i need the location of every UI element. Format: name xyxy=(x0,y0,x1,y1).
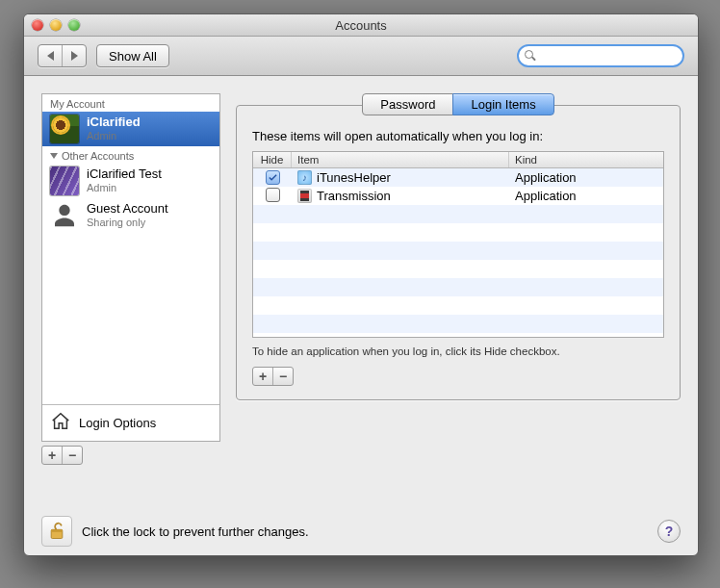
table-row xyxy=(253,242,663,260)
sidebar-item-guest[interactable]: Guest Account Sharing only xyxy=(42,198,219,233)
show-all-button[interactable]: Show All xyxy=(96,44,169,67)
person-silhouette-icon xyxy=(50,201,79,230)
col-item[interactable]: Item xyxy=(292,152,509,167)
window-title: Accounts xyxy=(24,18,698,33)
table-row xyxy=(253,278,663,296)
remove-item-button[interactable]: − xyxy=(272,368,293,385)
itunes-icon xyxy=(297,170,312,185)
help-button[interactable]: ? xyxy=(657,520,681,543)
tab-bar: Password Login Items xyxy=(236,93,681,115)
account-role: Admin xyxy=(87,182,162,194)
account-add-remove: + − xyxy=(41,446,83,465)
item-kind: Application xyxy=(509,187,663,205)
table-header: Hide Item Kind xyxy=(253,152,663,168)
chevron-left-icon xyxy=(47,51,54,61)
login-options-label: Login Options xyxy=(79,416,156,430)
panel-hint: To hide an application when you log in, … xyxy=(252,338,664,367)
group-my-account: My Account xyxy=(42,94,219,112)
lock-button[interactable] xyxy=(41,516,72,547)
table-row[interactable]: TransmissionApplication xyxy=(253,187,663,205)
col-hide[interactable]: Hide xyxy=(253,152,292,167)
item-kind: Application xyxy=(509,168,663,187)
accounts-window: Accounts Show All My Account xyxy=(23,13,699,556)
table-row xyxy=(253,205,663,223)
search-icon xyxy=(525,50,535,62)
remove-account-button[interactable]: − xyxy=(62,447,82,464)
table-row xyxy=(253,260,663,278)
svg-rect-1 xyxy=(51,529,63,532)
col-kind[interactable]: Kind xyxy=(509,152,663,167)
item-name: Transmission xyxy=(317,189,391,203)
search-input[interactable] xyxy=(539,48,677,64)
account-role: Admin xyxy=(87,130,141,142)
table-row[interactable]: iTunesHelperApplication xyxy=(253,168,663,187)
disclosure-triangle-icon xyxy=(50,153,58,159)
group-other-accounts[interactable]: Other Accounts xyxy=(42,146,219,164)
login-items-panel: These items will open automatically when… xyxy=(236,105,681,400)
account-role: Sharing only xyxy=(87,217,168,229)
account-name: iClarified xyxy=(87,115,141,130)
tab-password[interactable]: Password xyxy=(362,93,453,115)
titlebar: Accounts xyxy=(24,14,698,37)
sidebar-item-me[interactable]: iClarified Admin xyxy=(42,112,219,146)
avatar xyxy=(50,115,79,143)
avatar xyxy=(50,166,79,195)
item-add-remove: + − xyxy=(252,367,294,386)
tab-login-items[interactable]: Login Items xyxy=(452,93,553,115)
check-icon xyxy=(268,172,278,183)
lock-text: Click the lock to prevent further change… xyxy=(82,524,309,539)
sidebar-item-test[interactable]: iClarified Test Admin xyxy=(42,164,219,198)
table-row xyxy=(253,315,663,333)
account-name: iClarified Test xyxy=(87,167,162,182)
search-field[interactable] xyxy=(517,44,684,67)
table-row xyxy=(253,296,663,315)
hide-checkbox[interactable] xyxy=(266,188,280,202)
add-item-button[interactable]: + xyxy=(253,368,272,385)
nav-back-forward xyxy=(38,44,87,67)
item-name: iTunesHelper xyxy=(317,170,391,185)
login-options-button[interactable]: Login Options xyxy=(42,404,219,441)
home-icon xyxy=(50,411,71,435)
account-sidebar: My Account iClarified Admin Other Accoun… xyxy=(41,93,220,442)
toolbar: Show All xyxy=(24,37,698,76)
panel-intro: These items will open automatically when… xyxy=(252,129,664,143)
add-account-button[interactable]: + xyxy=(42,447,62,464)
transmission-icon xyxy=(297,189,312,203)
login-items-table: Hide Item Kind iTunesHelperApplicationTr… xyxy=(252,151,664,338)
chevron-right-icon xyxy=(71,51,78,61)
table-row xyxy=(253,223,663,242)
footer: Click the lock to prevent further change… xyxy=(24,507,698,555)
account-name: Guest Account xyxy=(87,202,168,217)
forward-button[interactable] xyxy=(63,45,86,66)
back-button[interactable] xyxy=(39,45,63,66)
unlocked-padlock-icon xyxy=(47,522,66,541)
hide-checkbox[interactable] xyxy=(266,170,280,185)
